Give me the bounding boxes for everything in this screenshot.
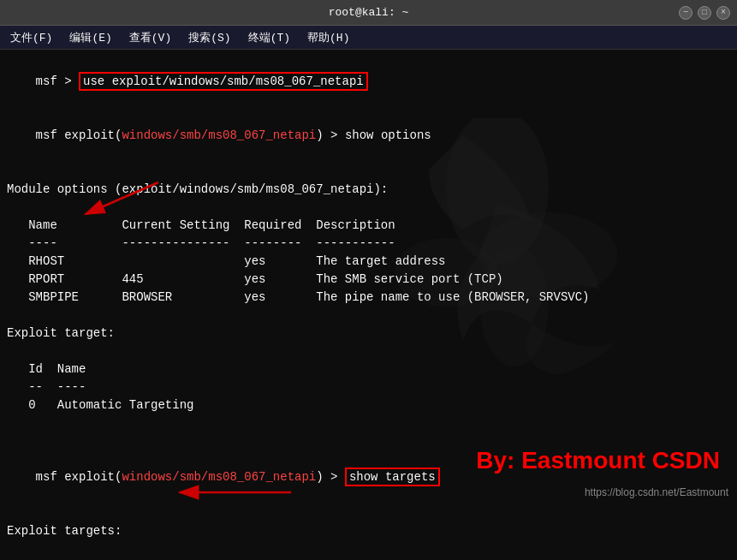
menu-help[interactable]: 帮助(H): [300, 28, 356, 47]
blank-7: [7, 504, 730, 522]
target-auto-1: 0 Automatic Targeting: [7, 396, 730, 414]
blank-1: [7, 163, 730, 181]
terminal[interactable]: msf > use exploit/windows/smb/ms08_067_n…: [0, 50, 737, 560]
menu-file[interactable]: 文件(F): [3, 28, 59, 47]
prompt-rest: ) > show options: [316, 128, 431, 142]
blank-8: [7, 540, 730, 558]
row-rhost: RHOST yes The target address: [7, 253, 730, 271]
titlebar: root@kali: ~ − □ ×: [0, 0, 737, 26]
prompt2-post: ) >: [316, 470, 345, 484]
close-button[interactable]: ×: [716, 6, 730, 20]
command-use-exploit: use exploit/windows/smb/ms08_067_netapi: [79, 72, 368, 91]
id-name-header-1: Id Name: [7, 360, 730, 378]
show-targets-cmd: show targets: [345, 468, 440, 486]
blank-4: [7, 343, 730, 360]
line-use-command: msf > use exploit/windows/smb/ms08_067_n…: [7, 55, 730, 109]
exploit-targets-label: Exploit targets:: [7, 522, 730, 540]
row-smbpipe: SMBPIPE BROWSER yes The pipe name to use…: [7, 289, 730, 307]
titlebar-controls: − □ ×: [679, 6, 730, 20]
table-header: Name Current Setting Required Descriptio…: [7, 217, 730, 235]
menu-search[interactable]: 搜索(S): [181, 28, 237, 47]
menu-view[interactable]: 查看(V): [122, 28, 178, 47]
blank-2: [7, 199, 730, 217]
prompt-msf: msf >: [36, 74, 79, 88]
blank-5: [7, 414, 730, 432]
menu-edit[interactable]: 编辑(E): [62, 28, 118, 47]
menu-terminal[interactable]: 终端(T): [241, 28, 297, 47]
watermark-text: By: Eastmount CSDN: [476, 447, 720, 474]
id-sep-1: -- ----: [7, 378, 730, 396]
titlebar-title: root@kali: ~: [58, 6, 679, 19]
blank-3: [7, 307, 730, 325]
prompt-msf2: msf exploit(: [36, 128, 122, 142]
prompt-msf3: msf exploit(: [36, 470, 122, 484]
exploit-target-label: Exploit target:: [7, 325, 730, 343]
maximize-button[interactable]: □: [698, 6, 711, 20]
module-options-header: Module options (exploit/windows/smb/ms08…: [7, 181, 730, 199]
menubar: 文件(F) 编辑(E) 查看(V) 搜索(S) 终端(T) 帮助(H): [0, 26, 737, 50]
minimize-button[interactable]: −: [679, 6, 692, 20]
table-sep: ---- --------------- -------- ----------…: [7, 235, 730, 253]
watermark-url: https://blog.csdn.net/Eastmount: [585, 486, 728, 498]
module-name-2: windows/smb/ms08_067_netapi: [122, 470, 316, 484]
module-name-1: windows/smb/ms08_067_netapi: [122, 128, 316, 142]
line-show-options: msf exploit(windows/smb/ms08_067_netapi)…: [7, 109, 730, 163]
row-rport: RPORT 445 yes The SMB service port (TCP): [7, 271, 730, 289]
